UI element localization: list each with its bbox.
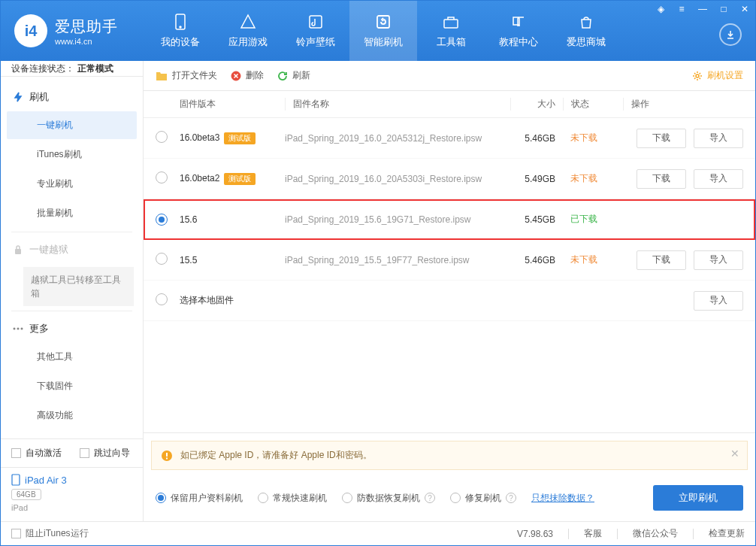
nav-tutorials[interactable]: 教程中心 xyxy=(485,1,552,61)
svg-rect-2 xyxy=(310,16,322,28)
help-icon[interactable]: ? xyxy=(425,493,435,503)
table-row[interactable]: 16.0beta3测试版 iPad_Spring_2019_16.0_20A53… xyxy=(144,118,755,159)
download-button[interactable]: 下载 xyxy=(637,129,686,148)
row-radio[interactable] xyxy=(156,253,168,265)
folder-icon xyxy=(156,71,168,81)
device-name[interactable]: iPad Air 3 xyxy=(11,474,132,486)
sidebar-item-other[interactable]: 其他工具 xyxy=(7,343,137,371)
col-name: 固件名称 xyxy=(285,98,510,111)
firmware-version: 16.0beta3 xyxy=(180,132,219,143)
import-button[interactable]: 导入 xyxy=(694,291,743,311)
sidebar-jailbreak-header: 一键越狱 xyxy=(1,237,143,262)
sidebar-item-advanced[interactable]: 高级功能 xyxy=(7,402,137,429)
svg-rect-13 xyxy=(166,453,168,457)
main-panel: 打开文件夹 删除 刷新 刷机设置 固件版本 固件名称 大小 状态 操作 xyxy=(144,61,755,521)
sidebar-flash-header[interactable]: 刷机 xyxy=(1,84,143,110)
svg-rect-5 xyxy=(15,249,21,254)
nav-label: 我的设备 xyxy=(161,35,200,49)
skip-guide-checkbox[interactable] xyxy=(80,448,89,458)
sidebar-item-itunes[interactable]: iTunes刷机 xyxy=(7,141,137,168)
firmware-version: 15.6 xyxy=(180,214,197,225)
firmware-status: 未下载 xyxy=(570,173,597,184)
sidebar-more-header[interactable]: 更多 xyxy=(1,316,143,341)
sidebar-item-downloads[interactable]: 下载固件 xyxy=(7,372,137,400)
nav-my-device[interactable]: 我的设备 xyxy=(147,1,214,61)
warning-close-button[interactable]: ✕ xyxy=(730,447,739,460)
book-icon xyxy=(510,13,528,31)
flash-now-button[interactable]: 立即刷机 xyxy=(653,485,743,511)
maximize-button[interactable]: □ xyxy=(713,1,734,17)
import-button[interactable]: 导入 xyxy=(694,250,743,270)
warning-icon xyxy=(161,450,173,462)
import-button[interactable]: 导入 xyxy=(694,169,743,189)
table-row[interactable]: 15.5 iPad_Spring_2019_15.5_19F77_Restore… xyxy=(144,240,755,281)
col-version: 固件版本 xyxy=(180,98,285,111)
close-button[interactable]: ✕ xyxy=(734,1,755,17)
opt-normal[interactable]: 常规快速刷机 xyxy=(258,492,327,505)
gear-icon xyxy=(692,71,703,81)
svg-point-1 xyxy=(180,26,181,28)
sidebar: 设备连接状态： 正常模式 刷机 一键刷机 iTunes刷机 专业刷机 批量刷机 … xyxy=(1,61,144,521)
nav-label: 教程中心 xyxy=(499,35,538,49)
delete-button[interactable]: 删除 xyxy=(231,69,264,82)
nav-label: 爱思商城 xyxy=(567,35,606,49)
device-icon xyxy=(171,13,189,31)
nav-toolbox[interactable]: 工具箱 xyxy=(417,1,485,61)
firmware-version: 16.0beta2 xyxy=(180,173,219,184)
svg-rect-3 xyxy=(377,16,389,28)
open-folder-button[interactable]: 打开文件夹 xyxy=(156,69,217,82)
download-manager-button[interactable] xyxy=(719,23,742,46)
row-radio[interactable] xyxy=(156,171,168,184)
sidebar-item-batch[interactable]: 批量刷机 xyxy=(7,199,137,227)
block-itunes-checkbox[interactable] xyxy=(11,529,21,538)
top-nav: 我的设备 应用游戏 铃声壁纸 智能刷机 工具箱 教程中心 爱思商城 xyxy=(147,1,620,61)
opt-keep-data[interactable]: 保留用户资料刷机 xyxy=(156,492,243,505)
nav-apps[interactable]: 应用游戏 xyxy=(214,1,282,61)
table-header: 固件版本 固件名称 大小 状态 操作 xyxy=(144,91,755,118)
nav-ringtones[interactable]: 铃声壁纸 xyxy=(282,1,349,61)
svg-point-8 xyxy=(21,328,23,330)
import-button[interactable]: 导入 xyxy=(694,129,743,148)
status-mode: 正常模式 xyxy=(77,62,113,75)
menu-button[interactable]: ≡ xyxy=(671,1,692,17)
row-radio[interactable] xyxy=(156,293,168,305)
firmware-version: 选择本地固件 xyxy=(180,295,234,305)
svg-rect-14 xyxy=(166,457,168,459)
firmware-filename: iPad_Spring_2019_15.6_19G71_Restore.ipsw xyxy=(285,214,471,225)
help-icon[interactable]: ? xyxy=(506,493,516,503)
nav-store[interactable]: 爱思商城 xyxy=(552,1,620,61)
sidebar-item-pro[interactable]: 专业刷机 xyxy=(7,170,137,198)
svg-point-7 xyxy=(17,328,20,330)
app-title: 爱思助手 xyxy=(55,17,118,37)
table-row[interactable]: 15.6 iPad_Spring_2019_15.6_19G71_Restore… xyxy=(144,199,755,240)
auto-activate-checkbox[interactable] xyxy=(11,448,21,458)
row-radio[interactable] xyxy=(156,131,168,143)
row-radio[interactable] xyxy=(156,214,168,226)
erase-link[interactable]: 只想抹除数据？ xyxy=(531,492,594,505)
app-header: i4 爱思助手 www.i4.cn 我的设备 应用游戏 铃声壁纸 智能刷机 工具… xyxy=(1,1,755,61)
support-link[interactable]: 客服 xyxy=(584,527,602,540)
opt-anti-recover[interactable]: 防数据恢复刷机? xyxy=(342,492,435,505)
toolbox-icon xyxy=(442,13,460,31)
delete-icon xyxy=(231,71,241,81)
opt-repair[interactable]: 修复刷机? xyxy=(450,492,516,505)
refresh-button[interactable]: 刷新 xyxy=(277,69,310,82)
lock-icon xyxy=(13,244,23,255)
check-update-link[interactable]: 检查更新 xyxy=(709,527,745,540)
flash-settings-button[interactable]: 刷机设置 xyxy=(692,69,743,82)
table-row[interactable]: 选择本地固件 导入 xyxy=(144,281,755,321)
download-button[interactable]: 下载 xyxy=(637,250,686,270)
refresh-icon xyxy=(374,13,392,31)
wechat-link[interactable]: 微信公众号 xyxy=(633,527,678,540)
download-button[interactable]: 下载 xyxy=(637,169,686,189)
table-row[interactable]: 16.0beta2测试版 iPad_Spring_2019_16.0_20A53… xyxy=(144,159,755,199)
beta-badge: 测试版 xyxy=(224,173,256,185)
nav-flash[interactable]: 智能刷机 xyxy=(349,1,417,61)
skin-button[interactable]: ◈ xyxy=(650,1,671,17)
minimize-button[interactable]: — xyxy=(692,1,713,17)
bag-icon xyxy=(577,13,595,31)
sidebar-item-oneclick[interactable]: 一键刷机 xyxy=(7,111,137,139)
footer: 阻止iTunes运行 V7.98.63 客服 微信公众号 检查更新 xyxy=(1,521,755,545)
firmware-status: 已下载 xyxy=(570,214,597,224)
svg-point-6 xyxy=(14,328,16,330)
